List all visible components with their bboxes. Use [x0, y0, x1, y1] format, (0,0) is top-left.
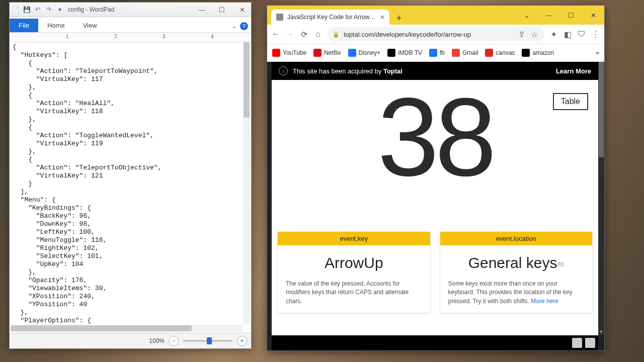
- wordpad-horizontal-scrollbar[interactable]: [11, 325, 242, 332]
- bookmark-item[interactable]: fb: [429, 49, 445, 57]
- bookmark-icon: [348, 49, 356, 57]
- tab-title: JavaScript Key Code for ArrowUp: [287, 14, 376, 21]
- zoom-in-button[interactable]: +: [237, 336, 247, 346]
- ruler-mark: 5: [259, 34, 262, 39]
- bookmark-item[interactable]: Gmail: [452, 49, 478, 57]
- bookmarks-overflow-icon[interactable]: »: [596, 49, 599, 56]
- bookmark-star-icon[interactable]: ☆: [530, 30, 539, 39]
- chrome-maximize-button[interactable]: ☐: [560, 12, 582, 19]
- chrome-tabstrip[interactable]: JavaScript Key Code for ArrowUp × + ⌄ — …: [267, 6, 604, 25]
- undo-icon[interactable]: ↶: [34, 6, 42, 14]
- bookmark-label: amazon: [532, 49, 554, 56]
- ribbon-collapse-icon[interactable]: ⌄: [232, 23, 237, 30]
- bookmark-icon: [429, 49, 437, 57]
- address-bar[interactable]: 🔒 toptal.com/developers/keycode/for/arro…: [328, 27, 544, 41]
- card-description: The value of the key pressed. Accounts f…: [278, 276, 430, 313]
- card-header: event.key: [278, 232, 430, 245]
- zoom-slider-knob[interactable]: [207, 337, 212, 344]
- side-panel-icon[interactable]: ◧: [563, 30, 572, 39]
- chrome-minimize-button[interactable]: —: [538, 12, 560, 19]
- zoom-out-button[interactable]: −: [169, 336, 179, 346]
- reload-button[interactable]: ⟳: [299, 30, 308, 39]
- wordpad-app-icon: 📄: [12, 6, 20, 14]
- page-vertical-scrollbar[interactable]: ▲ ▼: [598, 62, 604, 335]
- view-grid-icon[interactable]: [585, 338, 595, 348]
- wordpad-statusbar: 100% − +: [10, 333, 251, 348]
- scrollbar-thumb[interactable]: [244, 42, 250, 118]
- tab-favicon: [276, 14, 283, 21]
- bookmark-label: fb: [440, 49, 445, 56]
- bookmark-icon: [387, 49, 395, 57]
- bookmark-item[interactable]: Disney+: [348, 49, 381, 57]
- profile-icon[interactable]: 🛡: [577, 30, 586, 39]
- bookmark-item[interactable]: amazon: [522, 49, 554, 57]
- bookmark-item[interactable]: iMDB TV: [387, 49, 422, 57]
- bookmark-label: canvas: [496, 49, 515, 56]
- wordpad-minimize-button[interactable]: —: [195, 6, 209, 14]
- bookmark-label: YouTube: [283, 49, 306, 56]
- ribbon-tab-view[interactable]: View: [74, 19, 106, 32]
- card-description: Some keys exist more than once on your k…: [440, 276, 593, 313]
- forward-button[interactable]: →: [285, 30, 294, 39]
- extensions-icon[interactable]: ✦: [549, 30, 558, 39]
- bookmark-item[interactable]: Netflix: [313, 49, 341, 57]
- page-content: i This site has been acquired by Toptal …: [272, 62, 598, 335]
- wordpad-document-area[interactable]: { "Hotkeys": [ { "Action": "TeleportToWa…: [10, 42, 251, 333]
- tab-close-icon[interactable]: ×: [380, 13, 384, 21]
- page-footer-bar: [272, 335, 598, 350]
- bookmark-label: iMDB TV: [398, 49, 422, 56]
- scroll-down-icon[interactable]: ▼: [598, 329, 604, 335]
- ruler-mark: 1: [66, 34, 69, 39]
- info-icon: i: [279, 66, 288, 75]
- ruler-mark: 4: [211, 34, 214, 39]
- card-title: General keys(0): [448, 254, 585, 272]
- save-icon[interactable]: 💾: [23, 6, 31, 14]
- qa-dropdown-icon[interactable]: ▾: [56, 6, 64, 14]
- bookmark-item[interactable]: YouTube: [272, 49, 306, 57]
- ribbon-tab-file[interactable]: File: [10, 19, 38, 32]
- share-icon[interactable]: ⇪: [517, 30, 526, 39]
- bookmark-label: Disney+: [359, 49, 381, 56]
- card-header: event.location: [440, 232, 593, 245]
- event-key-card: event.key ArrowUp The value of the key p…: [278, 232, 430, 313]
- bookmark-label: Netflix: [324, 49, 341, 56]
- home-button[interactable]: ⌂: [313, 30, 323, 39]
- wordpad-titlebar[interactable]: 📄 💾 ↶ ↷ ▾ config - WordPad — ☐ ✕: [10, 3, 251, 17]
- bookmark-icon: [313, 49, 321, 57]
- zoom-slider[interactable]: [183, 340, 233, 342]
- scrollbar-thumb[interactable]: [599, 62, 604, 157]
- zoom-label: 100%: [149, 337, 165, 344]
- lock-icon[interactable]: 🔒: [333, 31, 340, 38]
- wordpad-maximize-button[interactable]: ☐: [215, 6, 229, 14]
- browser-tab[interactable]: JavaScript Key Code for ArrowUp ×: [271, 10, 389, 25]
- bookmark-item[interactable]: canvas: [485, 49, 515, 57]
- wordpad-window: 📄 💾 ↶ ↷ ▾ config - WordPad — ☐ ✕ File Ho…: [9, 2, 252, 349]
- wordpad-document-text[interactable]: { "Hotkeys": [ { "Action": "TeleportToWa…: [13, 43, 241, 324]
- wordpad-title: config - WordPad: [68, 6, 115, 13]
- bookmark-icon: [452, 49, 460, 57]
- learn-more-link[interactable]: Learn More: [556, 67, 591, 75]
- ruler-mark: 2: [114, 34, 117, 39]
- event-location-card: event.location General keys(0) Some keys…: [440, 232, 593, 313]
- redo-icon[interactable]: ↷: [45, 6, 53, 14]
- help-icon[interactable]: ?: [240, 22, 248, 30]
- chrome-close-button[interactable]: ✕: [582, 12, 604, 19]
- wordpad-close-button[interactable]: ✕: [235, 6, 249, 14]
- ribbon-tab-home[interactable]: Home: [38, 19, 74, 32]
- url-text: toptal.com/developers/keycode/for/arrow-…: [344, 31, 471, 38]
- chrome-window: JavaScript Key Code for ArrowUp × + ⌄ — …: [267, 5, 605, 351]
- scrollbar-thumb[interactable]: [11, 325, 192, 331]
- wordpad-vertical-scrollbar[interactable]: [243, 42, 250, 324]
- chrome-menu-icon[interactable]: ⋮: [591, 30, 600, 39]
- wordpad-ruler[interactable]: 1 2 3 4 5: [10, 33, 251, 42]
- chrome-viewport: i This site has been acquired by Toptal …: [267, 62, 604, 350]
- card-title: ArrowUp: [286, 254, 422, 272]
- more-here-link[interactable]: More here: [531, 298, 558, 305]
- view-list-icon[interactable]: [572, 338, 582, 348]
- bookmark-label: Gmail: [462, 49, 478, 56]
- tab-search-icon[interactable]: ⌄: [516, 12, 538, 19]
- new-tab-button[interactable]: +: [392, 12, 406, 25]
- keycode-display: 38: [272, 82, 598, 193]
- ruler-mark: 3: [163, 34, 166, 39]
- back-button[interactable]: ←: [271, 30, 280, 39]
